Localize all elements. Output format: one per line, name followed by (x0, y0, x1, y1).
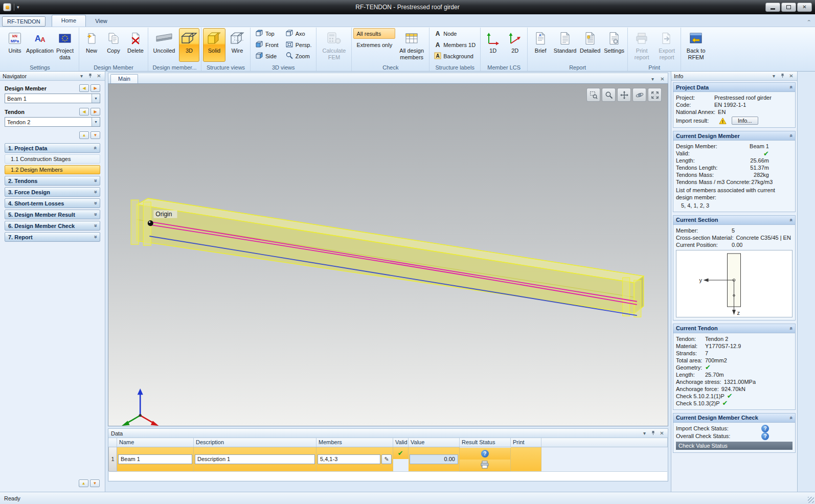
zoom-window-button[interactable] (586, 88, 600, 102)
copy-button[interactable]: Copy (103, 28, 124, 62)
tab-home[interactable]: Home (52, 15, 86, 27)
calculate-fem-button[interactable]: Calculate FEM (318, 28, 350, 62)
project-data-button[interactable]: Project data (53, 28, 77, 62)
report-settings-button[interactable]: Settings (602, 28, 626, 62)
import-info-button[interactable]: Info... (732, 117, 758, 125)
expand-icon[interactable]: « (92, 224, 98, 227)
collapse-icon[interactable]: « (788, 85, 794, 88)
tendon-prev-button[interactable]: ◀ (79, 108, 89, 116)
column-header-members[interactable]: Members (316, 438, 393, 447)
panel-menu-icon[interactable]: ▾ (78, 74, 85, 79)
description-cell-input[interactable]: Description 1 (195, 454, 315, 464)
chevron-down-icon[interactable]: ▾ (92, 118, 100, 126)
orbit-button[interactable] (632, 88, 646, 102)
collapse-icon[interactable]: « (788, 327, 794, 330)
3d-viewport[interactable]: Origin (108, 83, 668, 426)
report-brief-button[interactable]: A Brief (529, 28, 552, 62)
name-cell-input[interactable]: Beam 1 (118, 454, 192, 464)
section-header[interactable]: Current Section « (673, 216, 795, 225)
chevron-down-icon[interactable]: ▾ (92, 94, 100, 103)
tab-view[interactable]: View (86, 16, 117, 27)
new-button[interactable]: New (81, 28, 102, 62)
ribbon-minimize-icon[interactable]: ‹ (806, 20, 812, 21)
report-detailed-button[interactable]: Detailed (578, 28, 602, 62)
collapse-icon[interactable]: « (788, 416, 794, 419)
minimize-button[interactable] (765, 3, 780, 12)
zoom-button[interactable] (602, 88, 616, 102)
delete-button[interactable]: Delete (125, 28, 146, 62)
column-header-result-status[interactable]: Result Status (460, 438, 511, 447)
quick-access-dropdown-icon[interactable]: ▾ (17, 5, 19, 10)
table-empty-area[interactable] (109, 471, 667, 480)
girder-3d-scene[interactable]: Origin (108, 84, 668, 426)
all-design-members-button[interactable]: All design members (396, 28, 427, 62)
lcs-2d-button[interactable]: 2D (504, 28, 526, 62)
close-icon[interactable]: ✕ (659, 77, 666, 82)
expand-icon[interactable]: « (92, 235, 98, 238)
navigator-down-button[interactable]: ▼ (90, 479, 100, 487)
print-report-button[interactable]: Print report (629, 28, 654, 62)
app-icon[interactable] (3, 3, 11, 11)
label-background-button[interactable]: A Background (431, 51, 479, 61)
column-header-description[interactable]: Description (194, 438, 316, 447)
edit-members-button[interactable]: ✎ (381, 454, 392, 464)
label-members-1d-button[interactable]: A Members 1D (431, 39, 479, 50)
resize-grip[interactable] (808, 497, 814, 503)
tendon-next-button[interactable]: ▶ (90, 108, 100, 116)
tree-item-short-term-losses[interactable]: 4. Short-term Losses « (5, 198, 100, 208)
tree-item-project-data[interactable]: 1. Project Data « (5, 143, 100, 153)
export-report-button[interactable]: Export report (654, 28, 679, 62)
tree-item-construction-stages[interactable]: 1.1 Construction Stages (5, 154, 100, 164)
expand-icon[interactable]: « (92, 213, 98, 216)
tendon-down-button[interactable]: ▼ (90, 131, 100, 139)
design-member-prev-button[interactable]: ◀ (79, 84, 89, 92)
tendon-up-button[interactable]: ▲ (79, 131, 89, 139)
units-button[interactable]: kNMPa Units (3, 28, 27, 62)
tree-item-tendons[interactable]: 2. Tendons « (5, 176, 100, 186)
tree-item-force-design[interactable]: 3. Force Design « (5, 187, 100, 197)
panel-menu-icon[interactable]: ▾ (641, 431, 648, 436)
view-persp-button[interactable]: Persp. (282, 39, 315, 50)
panel-menu-icon[interactable]: ▾ (771, 74, 777, 79)
app-menu-button[interactable]: RF-TENDON (2, 16, 46, 27)
column-header-name[interactable]: Name (117, 438, 194, 447)
label-node-button[interactable]: A Node (431, 28, 479, 39)
close-button[interactable]: ✕ (797, 3, 812, 12)
solid-button[interactable]: Solid (203, 28, 225, 62)
design-member-next-button[interactable]: ▶ (90, 84, 100, 92)
collapse-icon[interactable]: « (788, 134, 794, 137)
view-3d-button[interactable]: 3D (179, 28, 199, 62)
expand-icon[interactable]: « (92, 179, 98, 182)
all-results-button[interactable]: All results (353, 28, 395, 39)
section-header[interactable]: Current Design Member Check « (673, 414, 795, 423)
section-header[interactable]: Project Data « (673, 83, 795, 92)
back-to-rfem-button[interactable]: Back to RFEM (683, 28, 709, 62)
uncoiled-button[interactable]: Uncoiled (150, 28, 178, 62)
fullscreen-button[interactable] (648, 88, 662, 102)
members-cell-input[interactable]: 5,4,1-3 (318, 454, 380, 464)
lcs-1d-button[interactable]: 1D (482, 28, 504, 62)
view-axo-button[interactable]: Axo (282, 28, 315, 39)
section-header[interactable]: Current Tendon « (673, 324, 795, 333)
pin-icon[interactable] (87, 73, 94, 79)
pan-button[interactable] (617, 88, 631, 102)
tree-item-report[interactable]: 7. Report « (5, 232, 100, 242)
extremes-only-button[interactable]: Extremes only (353, 39, 395, 50)
tree-item-design-member-check[interactable]: 6. Design Member Check « (5, 221, 100, 231)
column-header-value[interactable]: Value (409, 438, 460, 447)
maximize-button[interactable] (781, 3, 796, 12)
close-icon[interactable]: ✕ (659, 431, 665, 436)
printer-icon[interactable] (480, 461, 489, 470)
tree-item-design-member-result[interactable]: 5. Design Member Result « (5, 210, 100, 219)
check-value-status-row[interactable]: Check Value Status (676, 442, 793, 450)
wire-button[interactable]: Wire (226, 28, 248, 62)
collapse-icon[interactable]: « (788, 218, 794, 221)
collapse-icon[interactable]: « (92, 146, 98, 149)
section-header[interactable]: Current Design Member « (673, 131, 795, 141)
expand-icon[interactable]: « (92, 190, 98, 193)
tab-list-icon[interactable]: ▾ (649, 77, 656, 82)
pin-icon[interactable] (779, 73, 786, 79)
tendon-select[interactable]: Tendon 2 ▾ (5, 117, 100, 127)
design-member-select[interactable]: Beam 1 ▾ (5, 94, 100, 103)
view-front-button[interactable]: Front (252, 39, 282, 50)
